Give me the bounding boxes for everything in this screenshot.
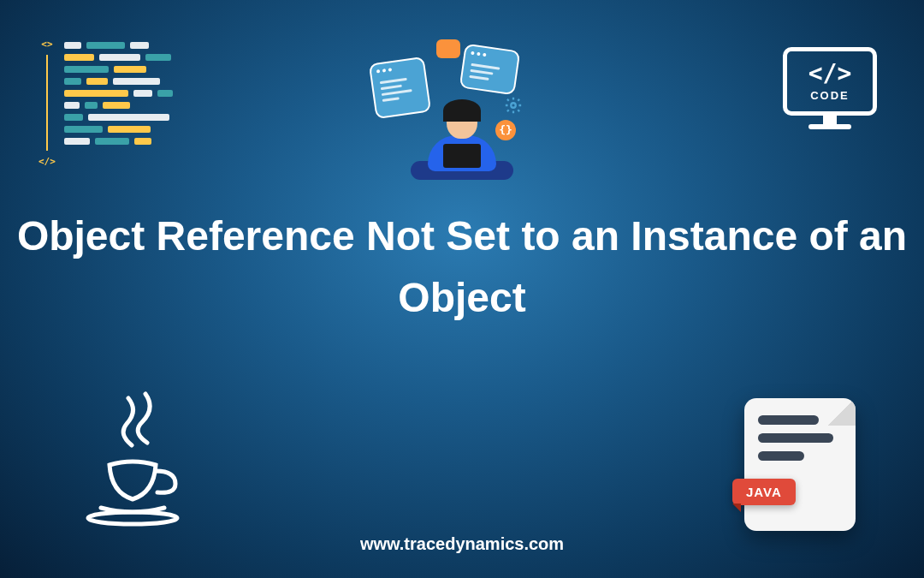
code-brackets-icon: </> [808,62,852,86]
code-gutter: <> </> [38,39,56,167]
monitor-frame: </> CODE [783,47,877,116]
monitor-label: CODE [810,89,850,102]
code-window-icon [369,57,431,119]
java-file-icon: JAVA [744,398,856,531]
file-line [758,415,819,425]
monitor-stand [823,116,837,124]
svg-point-0 [511,103,516,108]
svg-point-1 [88,512,177,524]
file-line [758,451,804,461]
title-container: Object Reference Not Set to an Instance … [0,206,924,329]
monitor-base [808,124,851,129]
java-logo-icon [86,390,197,527]
file-line [758,433,833,443]
code-window-icon [459,44,521,96]
java-badge: JAVA [732,479,796,505]
code-snippet-illustration: <> </> [38,39,192,167]
code-close-tag: </> [38,156,56,167]
code-monitor-icon: </> CODE [779,47,881,141]
gutter-line [46,55,48,151]
code-lines [64,39,173,167]
curly-braces-icon: {} [495,120,516,140]
footer-url: www.tracedynamics.com [0,534,924,554]
chat-bubble-icon [436,39,460,58]
developer-illustration: {} [372,34,552,171]
person-icon [428,104,496,171]
gear-icon [504,96,523,115]
page-title: Object Reference Not Set to an Instance … [9,206,915,329]
laptop-icon [443,144,481,168]
code-open-tag: <> [41,39,52,50]
